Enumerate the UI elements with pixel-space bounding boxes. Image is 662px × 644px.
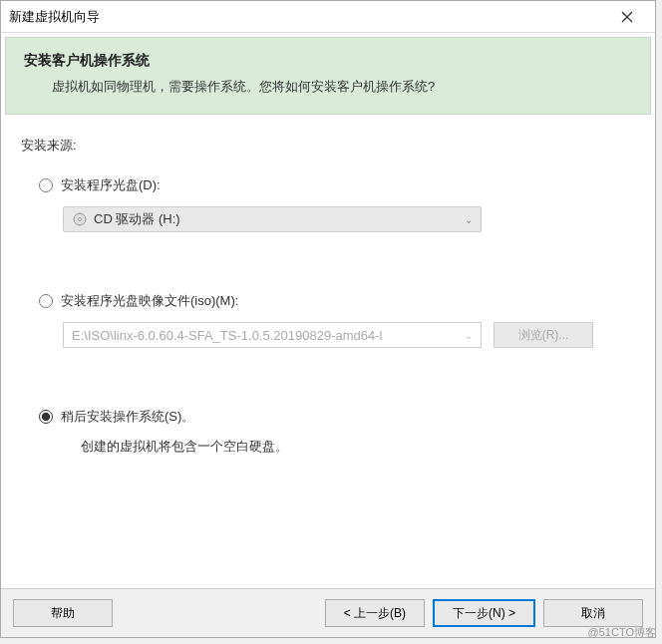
radio-iso-label: 安装程序光盘映像文件(iso)(M): <box>61 292 238 310</box>
watermark: @51CTO博客 <box>588 625 656 640</box>
close-icon <box>621 11 633 23</box>
iso-path-combo[interactable]: E:\ISO\linx-6.0.60.4-SFA_TS-1.0.5.201908… <box>63 322 482 348</box>
header-title: 安装客户机操作系统 <box>24 52 632 70</box>
disc-drive-value: CD 驱动器 (H:) <box>94 210 180 228</box>
iso-input-row: E:\ISO\linx-6.0.60.4-SFA_TS-1.0.5.201908… <box>63 322 635 348</box>
radio-disc-label: 安装程序光盘(D): <box>61 176 161 194</box>
close-button[interactable] <box>607 3 647 31</box>
help-button[interactable]: 帮助 <box>13 599 113 627</box>
footer: 帮助 < 上一步(B) 下一步(N) > 取消 <box>1 588 655 637</box>
header-subtitle: 虚拟机如同物理机，需要操作系统。您将如何安装客户机操作系统? <box>24 78 632 96</box>
radio-option-iso[interactable]: 安装程序光盘映像文件(iso)(M): <box>39 292 635 310</box>
radio-disc[interactable] <box>39 178 53 192</box>
radio-option-later[interactable]: 稍后安装操作系统(S)。 <box>39 408 635 426</box>
chevron-down-icon: ⌄ <box>465 214 473 225</box>
radio-iso[interactable] <box>39 294 53 308</box>
radio-option-disc[interactable]: 安装程序光盘(D): <box>39 176 635 194</box>
radio-later[interactable] <box>39 410 53 424</box>
cd-icon <box>72 211 88 227</box>
titlebar: 新建虚拟机向导 <box>1 1 655 33</box>
disc-drive-dropdown[interactable]: CD 驱动器 (H:) ⌄ <box>63 206 482 232</box>
install-source-label: 安装来源: <box>21 137 635 155</box>
later-description: 创建的虚拟机将包含一个空白硬盘。 <box>81 438 635 456</box>
content-area: 安装来源: 安装程序光盘(D): CD 驱动器 (H:) ⌄ 安装程序光盘映像文… <box>1 119 655 588</box>
wizard-window: 新建虚拟机向导 安装客户机操作系统 虚拟机如同物理机，需要操作系统。您将如何安装… <box>0 0 656 638</box>
back-button[interactable]: < 上一步(B) <box>325 599 425 627</box>
install-source-group: 安装程序光盘(D): CD 驱动器 (H:) ⌄ 安装程序光盘映像文件(iso)… <box>39 176 635 456</box>
svg-point-3 <box>79 218 82 221</box>
next-button[interactable]: 下一步(N) > <box>433 599 535 627</box>
radio-later-label: 稍后安装操作系统(S)。 <box>61 408 194 426</box>
iso-path-value: E:\ISO\linx-6.0.60.4-SFA_TS-1.0.5.201908… <box>72 328 382 343</box>
header-panel: 安装客户机操作系统 虚拟机如同物理机，需要操作系统。您将如何安装客户机操作系统? <box>5 37 651 115</box>
chevron-down-icon: ⌄ <box>465 330 473 341</box>
window-title: 新建虚拟机向导 <box>9 8 100 26</box>
cancel-button[interactable]: 取消 <box>543 599 643 627</box>
browse-button[interactable]: 浏览(R)... <box>494 322 593 348</box>
